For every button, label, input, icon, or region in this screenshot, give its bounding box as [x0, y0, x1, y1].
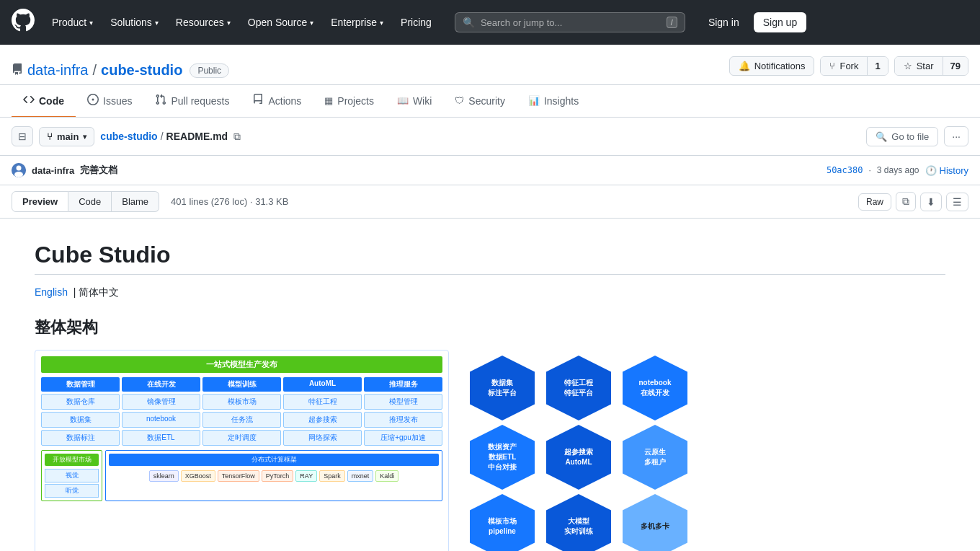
- hex-multi-node: 多机多卡: [619, 494, 691, 551]
- raw-button[interactable]: Raw: [858, 193, 891, 211]
- branch-selector[interactable]: ⑂ main ▾: [39, 127, 94, 146]
- logo-pytorch: PyTorch: [262, 470, 294, 482]
- tab-insights[interactable]: 📊 Insights: [517, 85, 590, 118]
- copy-raw-button[interactable]: ⧉: [896, 192, 916, 211]
- arch-header-row: 数据管理 在线开发 模型训练 AutoML 推理服务: [41, 377, 442, 392]
- tab-issues[interactable]: Issues: [76, 85, 143, 118]
- commit-message-text: 完善文档: [80, 164, 117, 177]
- logo-spark: Spark: [319, 470, 345, 482]
- file-browser-header: ⊟ ⑂ main ▾ cube-studio / README.md ⧉ 🔍 G…: [0, 118, 980, 156]
- repo-owner-link[interactable]: data-infra: [27, 62, 89, 79]
- arch-open-market: 开放模型市场 视觉 听觉: [41, 450, 102, 501]
- arch-cell-2-1: 数据集: [41, 412, 120, 428]
- file-browser-actions: 🔍 Go to file ···: [866, 126, 968, 146]
- tab-wiki-label: Wiki: [413, 95, 432, 107]
- copy-icon: ⧉: [233, 131, 241, 142]
- arch-cell-3-5: 压缩+gpu加速: [364, 430, 442, 446]
- arch-cell-1-4: 特征工程: [283, 394, 362, 410]
- commit-time: 3 days ago: [877, 165, 919, 175]
- arch-logos-row: sklearn XGBoost TensorFlow PyTorch RAY S…: [109, 470, 439, 482]
- preview-tab[interactable]: Preview: [12, 191, 68, 212]
- tab-wiki[interactable]: 📖 Wiki: [386, 85, 443, 118]
- file-meta-text: 401 lines (276 loc) · 31.3 KB: [171, 196, 288, 207]
- commit-author-link[interactable]: data-infra: [32, 165, 74, 176]
- history-button[interactable]: 🕐 History: [925, 165, 968, 176]
- nav-solutions-label: Solutions: [110, 17, 152, 28]
- repo-name-link[interactable]: cube-studio: [101, 62, 182, 79]
- star-label: Star: [917, 61, 934, 71]
- nav-product[interactable]: Product ▾: [46, 12, 99, 32]
- nav-resources[interactable]: Resources ▾: [170, 12, 236, 32]
- arch-header-cell-3: 模型训练: [202, 377, 281, 392]
- arch-cell-1-3: 模板市场: [202, 394, 281, 410]
- code-tab[interactable]: Code: [68, 191, 112, 212]
- arch-main-title: 一站式模型生产发布: [41, 356, 442, 373]
- arch-row-2: 数据集 notebook 任务流 超参搜索 推理发布: [41, 412, 442, 428]
- file-tab-group: Preview Code Blame: [12, 191, 159, 212]
- star-button[interactable]: ☆ Star: [895, 57, 943, 75]
- repo-actions: 🔔 Notifications ⑂ Fork 1 ☆ Star 79: [729, 56, 968, 84]
- tab-pull-requests[interactable]: Pull requests: [143, 85, 241, 118]
- issues-icon: [87, 94, 99, 107]
- arch-cell-1-1: 数据仓库: [41, 394, 120, 410]
- commit-sha-link[interactable]: 50ac380: [827, 165, 863, 175]
- sign-in-button[interactable]: Sign in: [700, 13, 748, 32]
- more-options-button[interactable]: ···: [944, 126, 968, 146]
- sidebar-toggle-button[interactable]: ⊟: [12, 126, 33, 146]
- star-count-button[interactable]: 79: [943, 57, 968, 75]
- tab-projects[interactable]: ▦ Projects: [313, 85, 386, 118]
- security-icon: 🛡: [455, 95, 464, 106]
- svg-point-2: [14, 172, 23, 177]
- commit-dot-separator: ·: [868, 165, 870, 175]
- sign-up-button[interactable]: Sign up: [754, 12, 806, 32]
- tab-actions[interactable]: Actions: [241, 85, 313, 118]
- bell-icon: 🔔: [739, 61, 750, 71]
- hex-data-etl: 数据资产数据ETL中台对接: [466, 425, 538, 490]
- logo-mxnet: mxnet: [347, 470, 374, 482]
- star-button-group: ☆ Star 79: [894, 56, 968, 76]
- logo-ray: RAY: [295, 470, 317, 482]
- fork-icon: ⑂: [829, 61, 835, 71]
- svg-point-1: [17, 166, 22, 171]
- goto-file-label: Go to file: [891, 131, 929, 142]
- logo-tensorflow: TensorFlow: [218, 470, 259, 482]
- nav-solutions[interactable]: Solutions ▾: [104, 12, 164, 32]
- english-lang-link[interactable]: English: [35, 286, 68, 298]
- fork-button-group: ⑂ Fork 1: [820, 56, 888, 76]
- arch-framework-title: 分布式计算框架: [109, 454, 439, 466]
- notifications-button[interactable]: 🔔 Notifications: [729, 56, 815, 76]
- readme-images-area: 一站式模型生产发布 数据管理 在线开发 模型训练 AutoML 推理服务 数据仓…: [35, 350, 945, 551]
- arch-open-visual: 视觉: [45, 469, 99, 482]
- hex-template-market: 模板市场pipeline: [466, 494, 538, 551]
- nav-enterprise[interactable]: Enterprise ▾: [325, 12, 389, 32]
- fork-count-button[interactable]: 1: [868, 57, 887, 75]
- nav-open-source[interactable]: Open Source ▾: [242, 12, 320, 32]
- nav-pricing[interactable]: Pricing: [395, 12, 437, 32]
- goto-file-button[interactable]: 🔍 Go to file: [866, 127, 938, 146]
- tab-security-label: Security: [468, 95, 505, 107]
- list-view-button[interactable]: ☰: [946, 193, 968, 211]
- download-button[interactable]: ⬇: [920, 193, 942, 211]
- blame-tab[interactable]: Blame: [112, 191, 159, 212]
- commit-avatar: [12, 163, 26, 177]
- chevron-down-icon: ▾: [155, 19, 159, 27]
- tab-code[interactable]: Code: [12, 85, 76, 118]
- arch-cell-2-2: notebook: [122, 412, 200, 428]
- history-icon: 🕐: [925, 165, 937, 176]
- readme-lang-links: English | 简体中文: [35, 286, 945, 299]
- arch-cell-2-4: 超参搜索: [283, 412, 362, 428]
- branch-icon: ⑂: [47, 131, 53, 142]
- search-placeholder-text: Search or jump to...: [481, 17, 661, 28]
- arch-cell-3-1: 数据标注: [41, 430, 120, 446]
- search-box[interactable]: 🔍 Search or jump to... /: [455, 12, 685, 32]
- breadcrumb: cube-studio / README.md ⧉: [100, 131, 244, 143]
- github-logo-icon[interactable]: [12, 9, 35, 37]
- fork-button[interactable]: ⑂ Fork: [821, 57, 868, 75]
- breadcrumb-repo-link[interactable]: cube-studio: [100, 131, 157, 142]
- wiki-icon: 📖: [397, 95, 409, 106]
- copy-path-button[interactable]: ⧉: [231, 131, 244, 143]
- search-shortcut-badge: /: [667, 17, 677, 28]
- nav-product-label: Product: [52, 17, 86, 28]
- tab-security[interactable]: 🛡 Security: [443, 85, 517, 118]
- arch-cell-3-4: 网络探索: [283, 430, 362, 446]
